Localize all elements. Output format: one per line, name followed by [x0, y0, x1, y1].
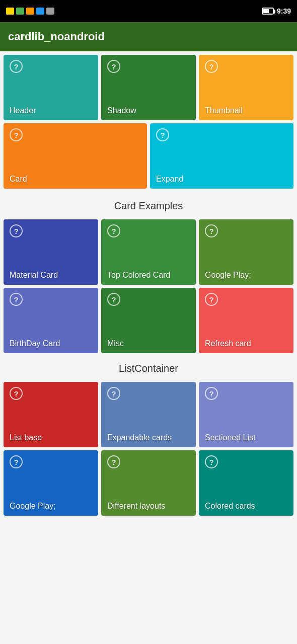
- card-card-label: Card: [10, 175, 27, 184]
- card-examples-grid: ? Material Card ? Top Colored Card ? Goo…: [0, 216, 297, 355]
- expandable-cards-card[interactable]: ? Expandable cards: [101, 382, 196, 447]
- refresh-card[interactable]: ? Refresh card: [199, 288, 293, 353]
- header-card[interactable]: ? Header: [4, 55, 98, 120]
- notif-icon-4: [36, 8, 44, 15]
- card-card[interactable]: ? Card: [4, 123, 147, 189]
- colored-cards-label: Colored cards: [205, 502, 255, 511]
- notif-icon-5: [46, 8, 54, 15]
- notif-icon-3: [26, 8, 34, 15]
- status-icons: [6, 8, 54, 15]
- material-card[interactable]: ? Material Card: [4, 219, 98, 285]
- notif-icon-2: [16, 8, 24, 15]
- top-colored-question-icon: ?: [107, 224, 120, 237]
- different-layouts-label: Different layouts: [107, 502, 165, 511]
- refresh-question-icon: ?: [205, 293, 218, 306]
- list-base-question-icon: ?: [10, 387, 23, 400]
- top-colored-card[interactable]: ? Top Colored Card: [101, 219, 196, 285]
- app-title: cardlib_noandroid: [8, 30, 105, 43]
- list-container-grid: ? List base ? Expandable cards ? Section…: [0, 378, 297, 517]
- time: 9:39: [277, 7, 291, 15]
- sectioned-list-label: Sectioned List: [205, 433, 256, 442]
- expand-card[interactable]: ? Expand: [150, 123, 293, 189]
- battery-icon: [262, 8, 274, 15]
- expand-question-icon: ?: [156, 128, 169, 141]
- list-container-header: ListContainer: [0, 355, 297, 378]
- shadow-question-icon: ?: [107, 60, 120, 73]
- different-layouts-question-icon: ?: [107, 455, 120, 468]
- google-play2-question-icon: ?: [10, 455, 23, 468]
- header-question-icon: ?: [10, 60, 23, 73]
- colored-cards-question-icon: ?: [205, 455, 218, 468]
- google-play2-card[interactable]: ? Google Play;: [4, 450, 98, 516]
- colored-cards-card[interactable]: ? Colored cards: [199, 450, 293, 516]
- thumbnail-card-label: Thumbnail: [205, 106, 243, 115]
- app-bar: cardlib_noandroid: [0, 22, 297, 51]
- status-right: 9:39: [262, 7, 291, 15]
- thumbnail-question-icon: ?: [205, 60, 218, 73]
- top-colored-card-label: Top Colored Card: [107, 271, 170, 280]
- misc-card-label: Misc: [107, 339, 124, 348]
- list-base-card-label: List base: [10, 433, 42, 442]
- shadow-card[interactable]: ? Shadow: [101, 55, 196, 120]
- different-layouts-card[interactable]: ? Different layouts: [101, 450, 196, 516]
- thumbnail-card[interactable]: ? Thumbnail: [199, 55, 293, 120]
- sectioned-list-card[interactable]: ? Sectioned List: [199, 382, 293, 447]
- mid-grid: ? Card ? Expand: [0, 122, 297, 192]
- google-play-question-icon: ?: [205, 224, 218, 237]
- misc-card[interactable]: ? Misc: [101, 288, 196, 353]
- refresh-card-label: Refresh card: [205, 339, 251, 348]
- card-examples-header: Card Examples: [0, 192, 297, 216]
- sectioned-question-icon: ?: [205, 387, 218, 400]
- material-question-icon: ?: [10, 224, 23, 237]
- list-base-card[interactable]: ? List base: [4, 382, 98, 447]
- google-play-card-label: Google Play;: [205, 271, 251, 280]
- google-play2-label: Google Play;: [10, 502, 56, 511]
- expandable-cards-label: Expandable cards: [107, 433, 172, 442]
- top-grid: ? Header ? Shadow ? Thumbnail: [0, 51, 297, 122]
- expandable-question-icon: ?: [107, 387, 120, 400]
- shadow-card-label: Shadow: [107, 106, 136, 115]
- birthday-question-icon: ?: [10, 293, 23, 306]
- status-bar: 9:39: [0, 0, 297, 22]
- header-card-label: Header: [10, 106, 36, 115]
- birthday-card-label: BirthDay Card: [10, 339, 60, 348]
- google-play-card[interactable]: ? Google Play;: [199, 219, 293, 285]
- misc-question-icon: ?: [107, 293, 120, 306]
- notif-icon-1: [6, 8, 14, 15]
- card-question-icon: ?: [10, 128, 23, 141]
- material-card-label: Material Card: [10, 271, 58, 280]
- expand-card-label: Expand: [156, 175, 183, 184]
- birthday-card[interactable]: ? BirthDay Card: [4, 288, 98, 353]
